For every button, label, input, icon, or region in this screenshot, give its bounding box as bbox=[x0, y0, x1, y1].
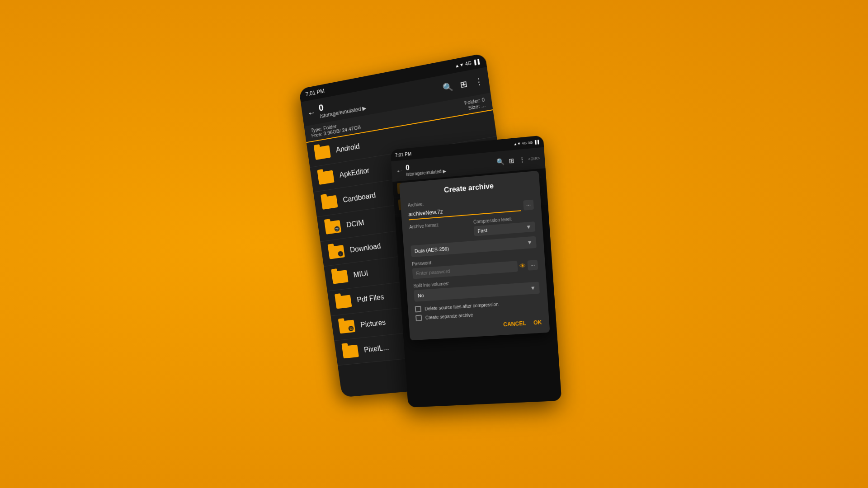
folder-icon-pixell bbox=[342, 345, 359, 359]
front-top-icons: 🔍 ⊞ ⋮ bbox=[496, 156, 526, 166]
archive-more-button[interactable]: ··· bbox=[523, 200, 534, 211]
dialog-actions: CANCEL OK bbox=[416, 319, 542, 333]
folder-icon-android bbox=[314, 145, 330, 160]
eye-icon[interactable]: 👁 bbox=[519, 262, 526, 270]
folder-name-cardboard: Cardboard bbox=[342, 191, 376, 204]
dcim-badge-icon: 📷 bbox=[334, 226, 340, 232]
back-search-icon[interactable]: 🔍 bbox=[442, 81, 453, 93]
folder-name-pictures: Pictures bbox=[360, 319, 386, 329]
back-more-icon[interactable]: ⋮ bbox=[474, 76, 484, 88]
separate-archive-checkbox[interactable] bbox=[415, 315, 422, 322]
folder-icon-pdffiles bbox=[335, 295, 352, 309]
folder-name-pixell: PixelL... bbox=[363, 344, 389, 354]
back-grid-icon[interactable]: ⊞ bbox=[459, 79, 468, 90]
compression-col: Compression level: Fast ▼ bbox=[473, 215, 536, 236]
front-status-icons: ▲▼ 4G 3G ▐▐ bbox=[514, 140, 539, 146]
cancel-button[interactable]: CANCEL bbox=[503, 320, 527, 328]
front-signal-icon: ▲▼ 4G 3G ▐▐ bbox=[514, 140, 539, 146]
encryption-arrow-icon: ▼ bbox=[527, 239, 533, 246]
back-top-icons: 🔍 ⊞ ⋮ bbox=[442, 76, 484, 94]
delete-source-checkbox[interactable] bbox=[415, 306, 422, 313]
back-arrow-icon[interactable]: ← bbox=[307, 107, 316, 118]
front-dir-label: <DIR> bbox=[528, 156, 540, 162]
back-status-time: 7:01 PM bbox=[305, 88, 325, 97]
create-archive-dialog: Create archive Archive: ··· Archive form… bbox=[399, 171, 550, 341]
front-more-icon[interactable]: ⋮ bbox=[519, 156, 525, 164]
front-status-time: 7:01 PM bbox=[395, 151, 411, 158]
pictures-badge-icon: 🖼 bbox=[348, 326, 354, 332]
folder-name-apkeditor: ApkEditor bbox=[339, 166, 370, 179]
delete-source-label: Delete source files after compression bbox=[425, 301, 499, 311]
folder-name-pdffiles: Pdf Files bbox=[357, 293, 385, 304]
folder-name-dcim: DCIM bbox=[346, 219, 364, 229]
back-status-icons: ▲▼ 4G ▐▐ bbox=[454, 59, 480, 69]
download-badge-icon: ↓ bbox=[338, 251, 344, 257]
front-back-icon[interactable]: ← bbox=[396, 167, 404, 175]
volumes-value: No bbox=[417, 286, 530, 298]
front-search-icon[interactable]: 🔍 bbox=[496, 158, 505, 166]
folder-icon-apkeditor bbox=[317, 170, 334, 185]
phone-front: 7:01 PM ▲▼ 4G 3G ▐▐ ← 0 /storage/emulate… bbox=[390, 135, 561, 407]
format-col: Archive format: bbox=[409, 220, 470, 241]
folder-name-miui: MIUI bbox=[353, 269, 369, 279]
format-label: Archive format: bbox=[409, 220, 469, 230]
ok-button[interactable]: OK bbox=[533, 319, 542, 326]
folder-icon-dcim: 📷 bbox=[325, 220, 342, 235]
password-more-button[interactable]: ··· bbox=[527, 260, 538, 271]
volumes-arrow-icon: ▼ bbox=[530, 285, 536, 291]
front-grid-icon[interactable]: ⊞ bbox=[509, 157, 514, 164]
compression-value: Fast bbox=[477, 225, 526, 234]
compression-arrow-icon: ▼ bbox=[526, 224, 532, 230]
dialog-overlay: Create archive Archive: ··· Archive form… bbox=[392, 168, 561, 407]
separate-archive-label: Create separate archive bbox=[425, 312, 473, 320]
folder-icon-pictures: 🖼 bbox=[338, 320, 355, 334]
encryption-value: Data (AES-256) bbox=[414, 240, 527, 254]
folder-icon-download: ↓ bbox=[328, 245, 345, 259]
folder-name-download: Download bbox=[349, 242, 382, 254]
folder-icon-miui bbox=[331, 270, 349, 284]
folder-icon-cardboard bbox=[321, 195, 338, 210]
folder-name-android: Android bbox=[335, 142, 360, 154]
back-signal-icon: ▲▼ 4G ▐▐ bbox=[454, 59, 480, 69]
